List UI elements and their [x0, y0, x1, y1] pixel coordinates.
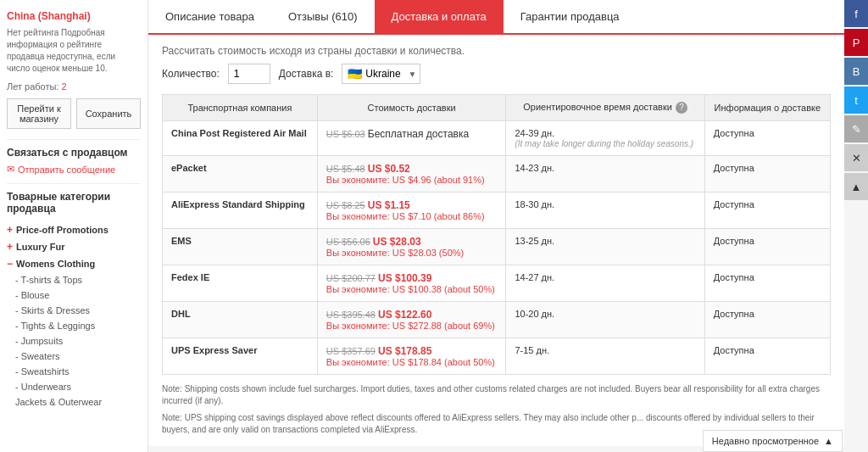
sidebar-cat-item[interactable]: - Underwears [7, 379, 141, 394]
carrier-availability: Доступна [704, 229, 830, 265]
recently-viewed[interactable]: Недавно просмотренное ▲ [703, 430, 843, 452]
categories-title: Товарные категории продавца [7, 183, 141, 215]
sidebar-cat-item[interactable]: - T-shirts & Tops [7, 272, 141, 287]
quantity-label: Количество: [162, 68, 220, 80]
table-row: UPS Express SaverUS $357.69 US $178.85Вы… [163, 338, 831, 375]
carrier-cost: US $8.25 US $1.15Вы экономите: US $7.10 … [317, 193, 506, 229]
carrier-cost: US $395.48 US $122.60Вы экономите: US $2… [317, 302, 506, 338]
sidebar-cat-item[interactable]: - Skirts & Dresses [7, 303, 141, 318]
recently-viewed-label: Недавно просмотренное [712, 436, 819, 446]
carrier-name: ePacket [163, 156, 318, 193]
content-area: Рассчитать стоимость исходя из страны до… [148, 35, 844, 446]
carrier-availability: Доступна [704, 338, 830, 375]
social-bar: fPВt✎✕▲ [844, 0, 868, 452]
up-button[interactable]: ▲ [844, 173, 868, 200]
table-header-1: Стоимость доставки [317, 95, 506, 121]
carrier-time: 24-39 дн.(It may take longer during the … [506, 121, 704, 156]
quantity-input[interactable] [228, 64, 270, 84]
shipping-table: Транспортная компанияСтоимость доставкиО… [162, 94, 831, 375]
country-select-wrapper[interactable]: 🇺🇦 Ukraine ▼ [342, 64, 420, 84]
table-header-3: Информация о доставке [704, 95, 830, 121]
table-header-2: Ориентировочное время доставки? [506, 95, 704, 121]
tab-описание-товара[interactable]: Описание товара [148, 0, 271, 33]
carrier-name: Fedex IE [163, 265, 318, 302]
email-icon: ✉ [7, 164, 14, 175]
edit-button[interactable]: ✎ [844, 115, 868, 142]
carrier-time: 7-15 дн. [506, 338, 704, 375]
rating-text: Нет рейтинга Подробная информация о рейт… [7, 27, 141, 75]
carrier-time: 14-23 дн. [506, 156, 704, 193]
carrier-time: 18-30 дн. [506, 193, 704, 229]
sidebar-cat-item[interactable]: - Sweaters [7, 349, 141, 364]
go-to-store-button[interactable]: Перейти к магазину [7, 98, 71, 129]
store-name: China (Shanghai) [7, 7, 141, 27]
send-message-link[interactable]: ✉ Отправить сообщение [7, 164, 141, 175]
table-row: ePacketUS $5.48 US $0.52Вы экономите: US… [163, 156, 831, 193]
close-button[interactable]: ✕ [844, 144, 868, 171]
table-row: Fedex IEUS $200.77 US $100.39Вы экономит… [163, 265, 831, 302]
carrier-name: EMS [163, 229, 318, 265]
carrier-availability: Доступна [704, 156, 830, 193]
carrier-time: 13-25 дн. [506, 229, 704, 265]
carrier-availability: Доступна [704, 302, 830, 338]
tabs-bar: Описание товараОтзывы (610)Доставка и оп… [148, 0, 844, 35]
category-label: Womens Clothing [16, 259, 95, 269]
minus-icon: − [7, 258, 13, 270]
categories-list: +Price-off Promotions+Luxury Fur−Womens … [7, 221, 141, 410]
sidebar: China (Shanghai) Нет рейтинга Подробная … [0, 0, 148, 452]
plus-icon: + [7, 224, 13, 236]
note-1: Note: Shipping costs shown include fuel … [162, 383, 831, 407]
category-label: Price-off Promotions [16, 225, 108, 235]
carrier-time: 14-27 дн. [506, 265, 704, 302]
delivery-to-label: Доставка в: [279, 68, 334, 80]
carrier-time: 10-20 дн. [506, 302, 704, 338]
carrier-availability: Доступна [704, 193, 830, 229]
facebook-button[interactable]: f [844, 0, 868, 27]
sidebar-cat-item[interactable]: +Luxury Fur [7, 238, 141, 255]
contact-section-title: Связаться с продавцом [7, 139, 141, 159]
sidebar-cat-item[interactable]: - Tights & Leggings [7, 318, 141, 333]
tab-гарантии-продавца[interactable]: Гарантии продавца [504, 0, 637, 33]
main-content: Описание товараОтзывы (610)Доставка и оп… [148, 0, 844, 452]
calc-label: Рассчитать стоимость исходя из страны до… [162, 45, 831, 57]
years-link[interactable]: 2 [62, 81, 67, 92]
table-row: AliExpress Standard ShippingUS $8.25 US … [163, 193, 831, 229]
category-label: Luxury Fur [16, 242, 64, 252]
sidebar-cat-item[interactable]: −Womens Clothing [7, 255, 141, 272]
twitter-button[interactable]: t [844, 86, 868, 114]
chevron-down-icon: ▼ [408, 70, 416, 79]
table-row: China Post Registered Air MailUS $6.03 Б… [163, 121, 831, 156]
help-icon[interactable]: ? [676, 102, 687, 114]
carrier-cost: US $5.48 US $0.52Вы экономите: US $4.96 … [317, 156, 506, 193]
carrier-availability: Доступна [704, 121, 830, 156]
sidebar-cat-item[interactable]: +Price-off Promotions [7, 221, 141, 238]
chevron-up-icon: ▲ [824, 436, 833, 446]
sidebar-cat-item[interactable]: - Blouse [7, 287, 141, 303]
country-flag: 🇺🇦 [348, 67, 362, 81]
carrier-cost: US $357.69 US $178.85Вы экономите: US $1… [317, 338, 506, 375]
plus-icon: + [7, 241, 13, 253]
carrier-cost: US $6.03 Бесплатная доставка [317, 121, 506, 156]
tab-отзывы-(610)[interactable]: Отзывы (610) [271, 0, 375, 33]
carrier-availability: Доступна [704, 265, 830, 302]
carrier-cost: US $56.06 US $28.03Вы экономите: US $28.… [317, 229, 506, 265]
sidebar-cat-item[interactable]: Jackets & Outerwear [7, 394, 141, 410]
table-row: DHLUS $395.48 US $122.60Вы экономите: US… [163, 302, 831, 338]
vk-button[interactable]: В [844, 58, 868, 85]
table-header-0: Транспортная компания [163, 95, 318, 121]
sidebar-cat-item[interactable]: - Jumpsuits [7, 333, 141, 349]
save-button[interactable]: Сохранить [76, 98, 141, 129]
pinterest-button[interactable]: P [844, 29, 868, 56]
carrier-name: AliExpress Standard Shipping [163, 193, 318, 229]
carrier-cost: US $200.77 US $100.39Вы экономите: US $1… [317, 265, 506, 302]
carrier-name: DHL [163, 302, 318, 338]
table-row: EMSUS $56.06 US $28.03Вы экономите: US $… [163, 229, 831, 265]
carrier-name: China Post Registered Air Mail [163, 121, 318, 156]
carrier-name: UPS Express Saver [163, 338, 318, 375]
years-info: Лет работы: 2 [7, 81, 141, 92]
sidebar-cat-item[interactable]: - Sweatshirts [7, 364, 141, 379]
tab-доставка-и-оплата[interactable]: Доставка и оплата [375, 0, 504, 33]
